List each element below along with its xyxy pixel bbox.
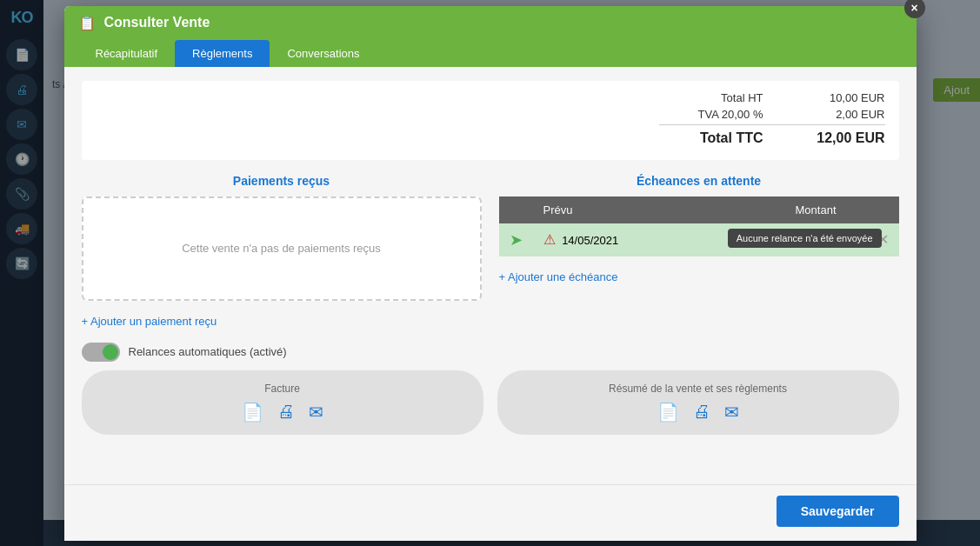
total-ttc-value: 12,00 EUR xyxy=(798,130,885,146)
resume-button[interactable]: Résumé de la vente et ses règlements 📄 🖨… xyxy=(497,370,899,435)
facture-icons: 📄 🖨 ✉ xyxy=(99,402,466,423)
resume-label: Résumé de la vente et ses règlements xyxy=(515,383,882,395)
toggle-knob xyxy=(103,344,118,360)
two-col-layout: Paiements reçus Cette vente n'a pas de p… xyxy=(82,174,899,329)
total-ht-row: Total HT 10,00 EUR xyxy=(659,91,885,104)
facture-print-icon[interactable]: 🖨 xyxy=(277,402,295,422)
facture-pdf-icon[interactable]: 📄 xyxy=(242,402,263,423)
totals-table: Total HT 10,00 EUR TVA 20,00 % 2,00 EUR … xyxy=(659,91,885,150)
paiements-empty-box: Cette vente n'a pas de paiements reçus xyxy=(82,196,482,301)
resume-print-icon[interactable]: 🖨 xyxy=(693,402,710,422)
echeances-header-actions xyxy=(847,196,899,223)
facture-mail-icon[interactable]: ✉ xyxy=(309,402,323,423)
paiements-empty-text: Cette vente n'a pas de paiements reçus xyxy=(182,242,381,255)
toggle-label: Relances automatiques (activé) xyxy=(129,345,287,358)
tab-recapitulatif[interactable]: Récapitulatif xyxy=(78,40,176,67)
modal-title: Consulter Vente xyxy=(104,15,210,30)
resume-pdf-icon[interactable]: 📄 xyxy=(657,402,679,423)
echeances-header-montant: Montant xyxy=(723,196,846,223)
toggle-row: Relances automatiques (activé) xyxy=(82,343,899,362)
modal-title-icon: 📋 xyxy=(78,15,96,31)
echeances-date: 14/05/2021 xyxy=(562,234,618,247)
facture-label: Facture xyxy=(99,383,466,395)
tab-conversations[interactable]: Conversations xyxy=(270,40,377,67)
facture-button[interactable]: Facture 📄 🖨 ✉ xyxy=(82,370,483,435)
relances-toggle[interactable] xyxy=(82,343,120,362)
modal-tabs: Récapitulatif Règlements Conversations xyxy=(64,40,917,67)
arrow-icon: ➤ xyxy=(510,231,523,249)
resume-icons: 📄 🖨 ✉ xyxy=(515,402,882,423)
total-ht-value: 10,00 EUR xyxy=(798,91,885,104)
echeances-header-arrow xyxy=(499,196,533,223)
totals-section: Total HT 10,00 EUR TVA 20,00 % 2,00 EUR … xyxy=(82,81,899,160)
paiements-section: Paiements reçus Cette vente n'a pas de p… xyxy=(82,174,482,329)
tooltip-box: Aucune relance n'a été envoyée xyxy=(728,229,882,248)
resume-mail-icon[interactable]: ✉ xyxy=(724,402,739,423)
total-ht-label: Total HT xyxy=(659,91,763,104)
echeances-header-prevu: Prévu xyxy=(533,196,724,223)
paiements-title: Paiements reçus xyxy=(82,174,482,188)
save-button[interactable]: Sauvegarder xyxy=(777,496,899,527)
total-ttc-row: Total TTC 12,00 EUR xyxy=(659,124,885,146)
echeances-title: Écheances en attente xyxy=(499,174,899,188)
modal-overlay: 📋 Consulter Vente × Récapitulatif Règlem… xyxy=(0,0,980,546)
doc-buttons: Facture 📄 🖨 ✉ Résumé de la vente et ses … xyxy=(82,370,899,435)
close-button[interactable]: × xyxy=(904,0,925,18)
modal-header: 📋 Consulter Vente xyxy=(64,6,917,40)
modal: 📋 Consulter Vente × Récapitulatif Règlem… xyxy=(64,6,917,541)
tva-value: 2,00 EUR xyxy=(798,108,885,121)
modal-footer: Sauvegarder xyxy=(64,484,917,541)
echeances-arrow-cell: ➤ xyxy=(499,223,533,256)
total-ttc-label: Total TTC xyxy=(659,130,763,146)
echeances-date-cell: ⚠ 14/05/2021 xyxy=(533,223,724,256)
tva-row: TVA 20,00 % 2,00 EUR xyxy=(659,108,885,121)
echeances-section: Écheances en attente Prévu Montant xyxy=(499,174,899,329)
echeances-header-row: Prévu Montant xyxy=(499,196,899,223)
tva-label: TVA 20,00 % xyxy=(659,108,763,121)
modal-body: Total HT 10,00 EUR TVA 20,00 % 2,00 EUR … xyxy=(64,67,917,484)
overdue-icon: ⚠ xyxy=(543,232,556,247)
tab-reglements[interactable]: Règlements xyxy=(175,40,270,67)
add-echeance-link[interactable]: + Ajouter une échéance xyxy=(499,270,618,283)
add-paiement-link[interactable]: + Ajouter un paiement reçu xyxy=(82,315,217,328)
